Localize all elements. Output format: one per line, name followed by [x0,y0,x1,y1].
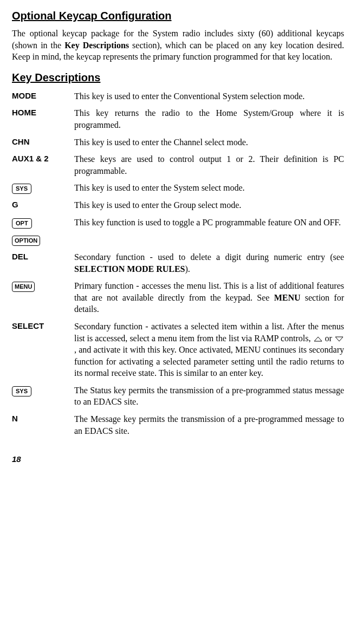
keycap-opt-wrap: OPT [12,217,74,229]
desc-sys1: This key is used to enter the System sel… [74,182,344,194]
intro-paragraph: The optional keycap package for the Syst… [12,28,344,63]
select-text-or: or [323,334,334,343]
svg-marker-0 [314,337,322,341]
desc-chn: This key is used to enter the Channel se… [74,136,344,148]
keycap-option-wrap: OPTION [12,234,74,246]
menu-keycap-icon: MENU [12,282,35,292]
svg-marker-1 [335,337,343,341]
row-option: OPTION [12,234,344,246]
keycap-sys1-wrap: SYS [12,182,74,194]
desc-select: Secondary function - activates a selecte… [74,321,344,379]
menu-text-bold: MENU [274,293,301,302]
heading-optional-keycap: Optional Keycap Configuration [12,9,344,23]
label-g: G [12,199,74,210]
select-text-a: Secondary function - activates a selecte… [74,322,344,343]
keycap-menu-wrap: MENU [12,280,74,292]
label-aux: AUX1 & 2 [12,153,74,164]
option-keycap-icon: OPTION [12,236,40,246]
label-home: HOME [12,107,74,118]
desc-del: Secondary function - used to delete a di… [74,251,344,275]
desc-home: This key returns the radio to the Home S… [74,107,344,131]
del-text-b: ). [185,264,190,274]
label-del: DEL [12,251,74,262]
desc-opt: This key function is used to toggle a PC… [74,217,344,229]
label-mode: MODE [12,90,74,101]
triangle-down-icon [334,336,344,342]
page-number: 18 [12,454,344,465]
desc-sys2: The Status key permits the transmission … [74,385,344,408]
row-home: HOME This key returns the radio to the H… [12,107,344,131]
label-chn: CHN [12,136,74,147]
label-select: SELECT [12,321,74,331]
row-del: DEL Secondary function - used to delete … [12,251,344,275]
opt-keycap-icon: OPT [12,218,32,229]
row-chn: CHN This key is used to enter the Channe… [12,136,344,148]
row-n: N The Message key permits the transmissi… [12,413,344,437]
label-n: N [12,413,74,424]
row-opt: OPT This key function is used to toggle … [12,217,344,229]
heading-key-descriptions: Key Descriptions [12,70,344,85]
row-g: G This key is used to enter the Group se… [12,199,344,211]
sys-keycap-icon: SYS [12,184,31,194]
del-text-bold: SELECTION MODE RULES [74,264,185,274]
sys-keycap-icon-2: SYS [12,386,31,396]
desc-mode: This key is used to enter the Convention… [74,90,344,102]
desc-menu: Primary function - accesses the menu lis… [74,280,344,315]
desc-aux: These keys are used to control output 1 … [74,153,344,177]
triangle-up-icon [313,336,323,342]
row-select: SELECT Secondary function - activates a … [12,321,344,379]
row-aux: AUX1 & 2 These keys are used to control … [12,153,344,177]
intro-text-bold: Key Descriptions [64,41,129,50]
keycap-sys2-wrap: SYS [12,385,74,396]
select-text-b: , and activate it with this key. Once ac… [74,345,344,378]
row-mode: MODE This key is used to enter the Conve… [12,90,344,102]
row-menu: MENU Primary function - accesses the men… [12,280,344,315]
del-text-a: Secondary function - used to delete a di… [74,252,344,262]
row-sys2: SYS The Status key permits the transmiss… [12,385,344,408]
row-sys1: SYS This key is used to enter the System… [12,182,344,194]
desc-g: This key is used to enter the Group sele… [74,199,344,211]
desc-n: The Message key permits the transmission… [74,413,344,437]
